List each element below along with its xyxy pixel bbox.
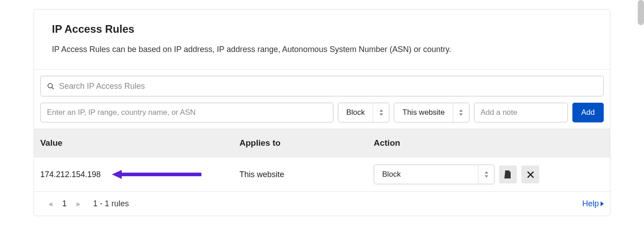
row-action-select[interactable]: Block [374, 165, 495, 184]
table-header: Value Applies to Action [34, 129, 610, 157]
action-select[interactable]: Block [338, 103, 390, 122]
svg-point-0 [48, 83, 52, 88]
table-row: 174.212.154.198 This website Block [34, 157, 610, 192]
row-value-cell: 174.212.154.198 [40, 170, 239, 179]
note-input[interactable] [474, 103, 568, 122]
document-icon [504, 170, 512, 178]
select-caret-icon [373, 103, 389, 122]
pagination-count: 1 - 1 rules [93, 199, 129, 209]
annotation-arrow-icon [112, 169, 201, 180]
current-page: 1 [62, 199, 67, 209]
add-button[interactable]: Add [572, 103, 604, 122]
rule-ip-value: 174.212.154.198 [40, 170, 101, 179]
select-caret-icon [453, 103, 469, 122]
help-link[interactable]: Help [582, 199, 604, 209]
search-row[interactable] [40, 76, 604, 96]
column-header-applies: Applies to [239, 138, 374, 148]
close-icon [527, 171, 534, 178]
row-action-cell: Block [374, 165, 604, 184]
panel-description: IP Access Rules can be based on IP addre… [52, 43, 592, 56]
ip-input[interactable] [40, 103, 333, 122]
scope-select-label: This website [394, 103, 452, 122]
column-header-action: Action [374, 138, 604, 148]
scope-select[interactable]: This website [394, 103, 469, 122]
scrollbar[interactable] [638, 0, 644, 25]
panel-header: IP Access Rules IP Access Rules can be b… [34, 9, 610, 69]
delete-button[interactable] [521, 165, 539, 183]
pager: ◀ 1 ▶ [48, 199, 81, 209]
note-button[interactable] [499, 165, 517, 183]
search-input[interactable] [59, 82, 597, 91]
prev-page-button[interactable]: ◀ [48, 201, 52, 207]
row-applies-cell: This website [239, 170, 374, 179]
add-rule-row: Block This website Add [40, 103, 604, 122]
svg-marker-3 [112, 170, 122, 179]
column-header-value: Value [40, 138, 239, 148]
chevron-right-icon [601, 201, 604, 206]
ip-access-rules-panel: IP Access Rules IP Access Rules can be b… [34, 9, 610, 216]
next-page-button[interactable]: ▶ [77, 201, 81, 207]
controls-section: Block This website Add [34, 69, 610, 129]
svg-line-1 [52, 87, 54, 89]
action-select-label: Block [338, 103, 373, 122]
help-label: Help [582, 199, 599, 209]
panel-title: IP Access Rules [52, 23, 592, 35]
footer-row: ◀ 1 ▶ 1 - 1 rules Help [34, 192, 610, 216]
row-action-label: Block [374, 165, 478, 184]
select-caret-icon [478, 165, 494, 184]
search-icon [47, 83, 55, 90]
